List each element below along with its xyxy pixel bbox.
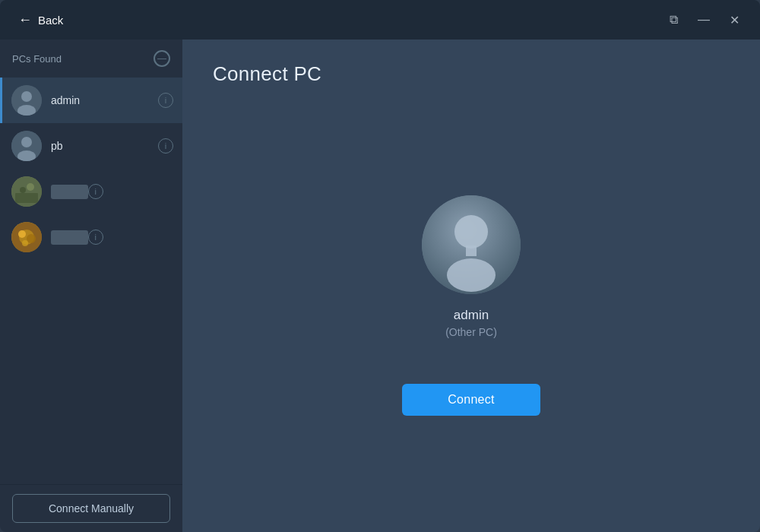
svg-point-1 (21, 91, 32, 102)
sidebar-header-icon: — (154, 50, 170, 67)
back-arrow-icon: ← (18, 13, 32, 27)
pc-list: admin i pb i (0, 78, 182, 484)
back-button[interactable]: ← Back (12, 10, 69, 30)
close-icon: ✕ (730, 13, 739, 27)
avatar-pc4 (11, 222, 42, 252)
main-content: PCs Found — admin (0, 40, 760, 532)
content-header: Connect PC (213, 62, 730, 86)
svg-point-17 (447, 258, 496, 292)
svg-point-8 (27, 183, 34, 191)
svg-point-4 (21, 137, 32, 147)
avatar-icon-pb (11, 131, 42, 161)
avatar-pc3 (11, 176, 42, 207)
sidebar: PCs Found — admin (0, 40, 182, 532)
profile-avatar-icon (422, 195, 521, 294)
connect-button[interactable]: Connect (402, 384, 540, 416)
content-area: Connect PC (182, 40, 760, 532)
avatar-pb (11, 131, 42, 161)
sidebar-header: PCs Found — (0, 40, 182, 78)
minimize-icon: — (698, 13, 710, 27)
svg-rect-9 (15, 193, 38, 203)
title-bar: ← Back ⧉ — ✕ (0, 0, 760, 40)
profile-avatar (422, 195, 521, 294)
restore-button[interactable]: ⧉ (660, 6, 687, 33)
close-button[interactable]: ✕ (720, 6, 748, 33)
pc-name-pc3: ████ (51, 185, 88, 199)
svg-point-16 (454, 215, 488, 249)
profile-section: admin (Other PC) Connect (402, 101, 540, 509)
pc-item-pb[interactable]: pb i (0, 123, 182, 169)
pc-info-icon-admin[interactable]: i (158, 93, 173, 108)
restore-icon: ⧉ (670, 13, 678, 27)
app-window: ← Back ⧉ — ✕ PCs Found — (0, 0, 760, 532)
avatar-admin (11, 85, 42, 116)
page-title: Connect PC (213, 62, 730, 86)
pc-info-icon-pc4[interactable]: i (88, 230, 103, 245)
avatar-icon-admin (11, 85, 42, 116)
avatar-icon-pc3 (11, 176, 42, 207)
profile-subtitle: (Other PC) (445, 326, 497, 338)
back-label: Back (38, 14, 63, 27)
svg-point-13 (27, 234, 36, 243)
pc-name-pb: pb (51, 140, 158, 152)
pc-info-icon-pb[interactable]: i (158, 138, 173, 154)
svg-point-12 (18, 230, 26, 238)
svg-point-7 (20, 187, 26, 193)
svg-point-14 (22, 240, 28, 246)
pc-item-admin[interactable]: admin i (0, 78, 182, 123)
minus-icon: — (157, 53, 166, 64)
title-bar-controls: ⧉ — ✕ (660, 6, 748, 33)
connect-manually-button[interactable]: Connect Manually (12, 494, 170, 523)
avatar-icon-pc4 (11, 222, 42, 252)
pc-info-icon-pc3[interactable]: i (88, 184, 103, 199)
pc-item-3[interactable]: ████ i (0, 169, 182, 214)
pcs-found-label: PCs Found (12, 53, 62, 65)
sidebar-footer: Connect Manually (0, 484, 182, 532)
svg-rect-18 (466, 245, 477, 256)
minimize-button[interactable]: — (690, 6, 717, 33)
pc-name-admin: admin (51, 94, 158, 106)
pc-name-pc4: ████ (51, 230, 88, 245)
profile-name: admin (454, 308, 489, 323)
pc-item-4[interactable]: ████ i (0, 214, 182, 260)
